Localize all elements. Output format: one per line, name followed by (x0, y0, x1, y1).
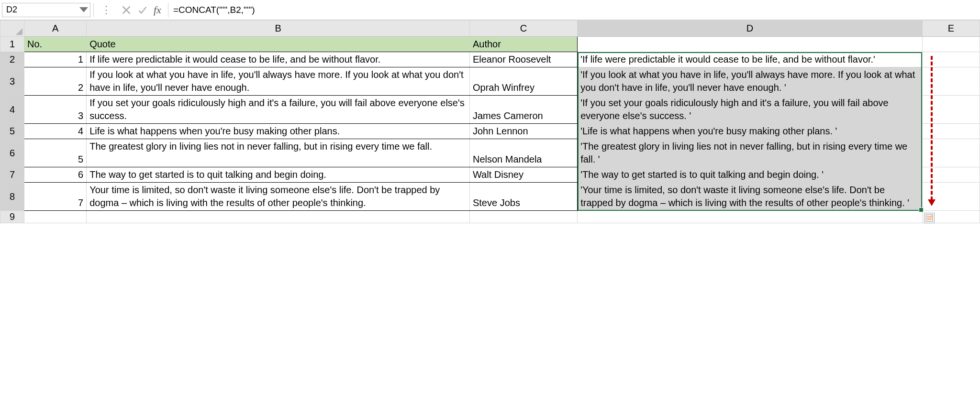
separator (93, 3, 96, 17)
cell-c2[interactable]: Eleanor Roosevelt (469, 52, 577, 67)
row-head-8[interactable]: 8 (0, 183, 24, 211)
cell-a5[interactable]: 4 (24, 124, 87, 139)
cell-e6[interactable] (922, 139, 980, 167)
col-head-b[interactable]: B (87, 21, 470, 37)
row-head-5[interactable]: 5 (0, 124, 24, 139)
spreadsheet-grid: A B C D E 1 No. Quote Author 21If life w… (0, 20, 980, 223)
cell-b7[interactable]: The way to get started is to quit talkin… (87, 167, 470, 183)
autofill-options-icon[interactable] (924, 213, 935, 223)
cell-e3[interactable] (922, 67, 980, 96)
row-head-9[interactable]: 9 (0, 211, 24, 223)
cell-a7[interactable]: 6 (24, 167, 87, 183)
expand-dots-icon[interactable]: ⋮ (101, 4, 111, 16)
formula-input[interactable] (168, 3, 980, 17)
col-head-e[interactable]: E (922, 21, 980, 37)
cell-d4[interactable]: 'If you set your goals ridiculously high… (578, 96, 923, 124)
cell-d5[interactable]: 'Life is what happens when you're busy m… (578, 124, 923, 139)
cell-a3[interactable]: 2 (24, 67, 87, 96)
cell-d6[interactable]: 'The greatest glory in living lies not i… (578, 139, 923, 167)
cell-b6[interactable]: The greatest glory in living lies not in… (87, 139, 470, 167)
cell-c7[interactable]: Walt Disney (469, 167, 577, 183)
cell-c8[interactable]: Steve Jobs (469, 183, 577, 211)
fx-icon[interactable]: fx (154, 4, 161, 16)
cell-c1[interactable]: Author (469, 37, 577, 52)
enter-icon[interactable] (134, 3, 151, 17)
cell-d9[interactable] (578, 211, 923, 223)
select-all-corner[interactable] (0, 21, 24, 37)
cell-d1[interactable] (578, 37, 923, 52)
cancel-icon[interactable] (118, 3, 134, 17)
row-head-3[interactable]: 3 (0, 67, 24, 96)
row-head-1[interactable]: 1 (0, 37, 24, 52)
cell-e8[interactable] (922, 183, 980, 211)
cell-c6[interactable]: Nelson Mandela (469, 139, 577, 167)
row-head-2[interactable]: 2 (0, 52, 24, 67)
col-head-d[interactable]: D (578, 21, 923, 37)
cell-b3[interactable]: If you look at what you have in life, yo… (87, 67, 470, 96)
cell-c3[interactable]: Oprah Winfrey (469, 67, 577, 96)
cell-a4[interactable]: 3 (24, 96, 87, 124)
col-head-c[interactable]: C (469, 21, 577, 37)
cell-a8[interactable]: 7 (24, 183, 87, 211)
cell-c4[interactable]: James Cameron (469, 96, 577, 124)
cell-c9[interactable] (469, 211, 577, 223)
name-box[interactable]: D2 (2, 3, 90, 17)
cell-d8[interactable]: 'Your time is limited, so don't waste it… (578, 183, 923, 211)
cell-e2[interactable] (922, 52, 980, 67)
row-head-7[interactable]: 7 (0, 167, 24, 183)
cell-e1[interactable] (922, 37, 980, 52)
cell-e5[interactable] (922, 124, 980, 139)
cell-a9[interactable] (24, 211, 87, 223)
cell-d7[interactable]: 'The way to get started is to quit talki… (578, 167, 923, 183)
cell-e7[interactable] (922, 167, 980, 183)
cell-b8[interactable]: Your time is limited, so don't waste it … (87, 183, 470, 211)
col-head-a[interactable]: A (24, 21, 87, 37)
cell-a1[interactable]: No. (24, 37, 87, 52)
cell-c5[interactable]: John Lennon (469, 124, 577, 139)
cell-a2[interactable]: 1 (24, 52, 87, 67)
cell-b2[interactable]: If life were predictable it would cease … (87, 52, 470, 67)
row-head-6[interactable]: 6 (0, 139, 24, 167)
cell-e4[interactable] (922, 96, 980, 124)
name-box-dropdown-icon[interactable] (79, 6, 88, 14)
row-head-4[interactable]: 4 (0, 96, 24, 124)
sheet-table[interactable]: A B C D E 1 No. Quote Author 21If life w… (0, 20, 980, 223)
cell-b9[interactable] (87, 211, 470, 223)
cell-a6[interactable]: 5 (24, 139, 87, 167)
formula-bar: D2 ⋮ fx (0, 0, 980, 20)
cell-b5[interactable]: Life is what happens when you're busy ma… (87, 124, 470, 139)
cell-d2[interactable]: 'If life were predictable it would cease… (578, 52, 923, 67)
name-box-value: D2 (6, 5, 17, 15)
cell-d3[interactable]: 'If you look at what you have in life, y… (578, 67, 923, 96)
cell-b4[interactable]: If you set your goals ridiculously high … (87, 96, 470, 124)
cell-b1[interactable]: Quote (87, 37, 470, 52)
